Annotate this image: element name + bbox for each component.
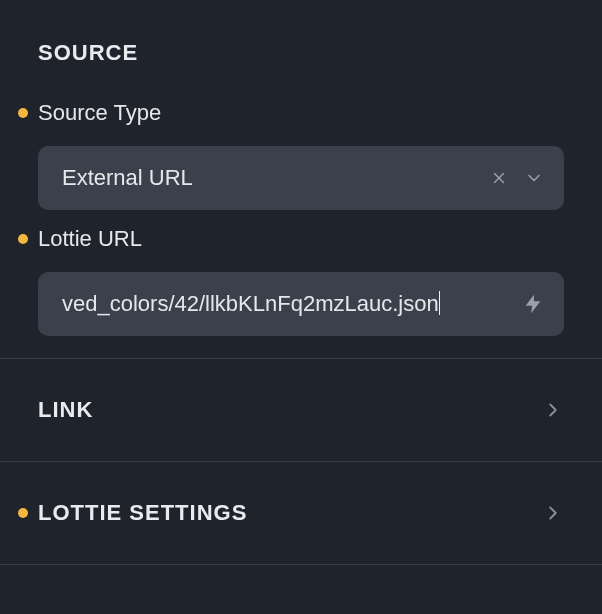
svg-marker-2: [526, 295, 541, 313]
source-type-value: External URL: [62, 165, 490, 191]
source-type-label: Source Type: [38, 100, 161, 126]
properties-panel: SOURCE Source Type External URL: [0, 0, 602, 565]
lottie-url-label-row: Lottie URL: [38, 226, 564, 252]
link-section: LINK: [0, 359, 602, 462]
source-section-title: SOURCE: [38, 40, 138, 66]
lottie-settings-section: LOTTIE SETTINGS: [0, 462, 602, 565]
source-type-label-row: Source Type: [38, 100, 564, 126]
link-section-title: LINK: [38, 397, 93, 423]
chevron-right-icon: [542, 399, 564, 421]
chevron-down-icon[interactable]: [524, 168, 544, 188]
lottie-settings-section-header[interactable]: LOTTIE SETTINGS: [0, 462, 602, 564]
modified-indicator-icon: [18, 108, 28, 118]
source-type-select[interactable]: External URL: [38, 146, 564, 210]
dynamic-binding-icon[interactable]: [522, 293, 544, 315]
modified-indicator-icon: [18, 508, 28, 518]
source-section: SOURCE Source Type External URL: [0, 0, 602, 359]
link-section-header[interactable]: LINK: [0, 359, 602, 461]
source-section-header[interactable]: SOURCE: [0, 0, 602, 84]
lottie-url-icons: [522, 293, 544, 315]
source-type-field: Source Type External URL: [38, 100, 564, 210]
lottie-url-field: Lottie URL ved_colors/42/llkbKLnFq2mzLau…: [38, 226, 564, 336]
lottie-url-value-wrap: ved_colors/42/llkbKLnFq2mzLauc.json: [62, 291, 522, 317]
lottie-url-input[interactable]: ved_colors/42/llkbKLnFq2mzLauc.json: [38, 272, 564, 336]
source-type-icons: [490, 168, 544, 188]
modified-indicator-icon: [18, 234, 28, 244]
lottie-url-label: Lottie URL: [38, 226, 142, 252]
clear-icon[interactable]: [490, 169, 508, 187]
chevron-right-icon: [542, 502, 564, 524]
lottie-settings-section-title: LOTTIE SETTINGS: [38, 500, 247, 526]
source-section-body: Source Type External URL: [0, 100, 602, 336]
lottie-url-value: ved_colors/42/llkbKLnFq2mzLauc.json: [62, 291, 439, 317]
text-caret-icon: [439, 291, 441, 315]
